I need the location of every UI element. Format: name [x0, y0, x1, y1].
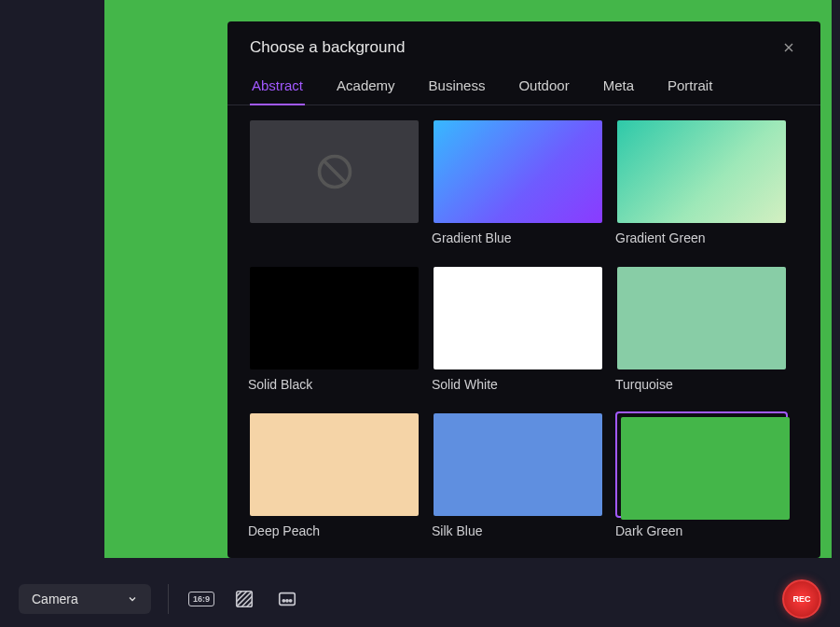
swatch [615, 411, 788, 518]
swatch-label: Deep Peach [248, 523, 420, 538]
tab-academy[interactable]: Academy [335, 68, 397, 104]
swatch-label: Dark Green [615, 523, 788, 538]
background-deep-peach[interactable]: Deep Peach [248, 411, 420, 545]
bottom-toolbar: Camera 16:9 REC [0, 571, 840, 627]
captions-button[interactable] [271, 583, 303, 615]
swatch [615, 118, 788, 225]
swatch [432, 411, 604, 518]
divider [168, 584, 169, 614]
swatch-label: Silk Blue [432, 523, 604, 538]
none-swatch [248, 118, 420, 225]
tab-outdoor[interactable]: Outdoor [516, 68, 571, 104]
source-dropdown[interactable]: Camera [19, 584, 151, 614]
background-gradient-green[interactable]: Gradient Green [615, 118, 788, 252]
chevron-down-icon [127, 593, 138, 605]
swatch-label: Turquoise [615, 377, 788, 392]
background-silk-blue[interactable]: Silk Blue [432, 411, 604, 545]
record-button[interactable]: REC [782, 579, 821, 619]
swatch [248, 265, 420, 371]
no-background-icon [314, 151, 355, 192]
background-solid-black[interactable]: Solid Black [248, 265, 420, 398]
dialog-title: Choose a background [250, 38, 405, 57]
category-tabs: Abstract Academy Business Outdoor Meta P… [227, 68, 820, 105]
close-button[interactable] [779, 38, 798, 57]
swatch [615, 265, 788, 371]
tab-business[interactable]: Business [427, 68, 488, 104]
swatch [432, 118, 604, 225]
hatch-icon [234, 589, 255, 609]
svg-point-5 [290, 600, 292, 602]
tab-meta[interactable]: Meta [601, 68, 636, 104]
left-panel [0, 0, 104, 569]
swatch-label: Solid White [432, 377, 604, 392]
swatch-label: Gradient Green [615, 230, 788, 245]
background-none[interactable] [248, 118, 420, 252]
aspect-ratio-label: 16:9 [188, 592, 214, 606]
swatch [248, 411, 420, 518]
background-dialog: Choose a background Abstract Academy Bus… [227, 21, 820, 558]
swatch [432, 265, 604, 371]
svg-point-3 [282, 600, 284, 602]
aspect-ratio-button[interactable]: 16:9 [186, 583, 217, 615]
dialog-header: Choose a background [227, 21, 820, 68]
svg-point-4 [286, 600, 288, 602]
close-icon [781, 40, 796, 55]
source-label: Camera [32, 592, 78, 606]
swatch-label: Gradient Blue [432, 230, 604, 245]
background-turquoise[interactable]: Turquoise [615, 265, 788, 398]
tab-portrait[interactable]: Portrait [666, 68, 714, 104]
background-gradient-blue[interactable]: Gradient Blue [432, 118, 604, 252]
background-dark-green[interactable]: Dark Green [615, 411, 788, 545]
swatch-label: Solid Black [248, 377, 420, 392]
background-solid-white[interactable]: Solid White [432, 265, 604, 398]
background-button[interactable] [228, 583, 260, 615]
captions-icon [277, 589, 297, 609]
background-grid[interactable]: Gradient Blue Gradient Green Solid Black… [227, 105, 820, 558]
tab-abstract[interactable]: Abstract [250, 68, 305, 104]
record-label: REC [792, 594, 810, 604]
